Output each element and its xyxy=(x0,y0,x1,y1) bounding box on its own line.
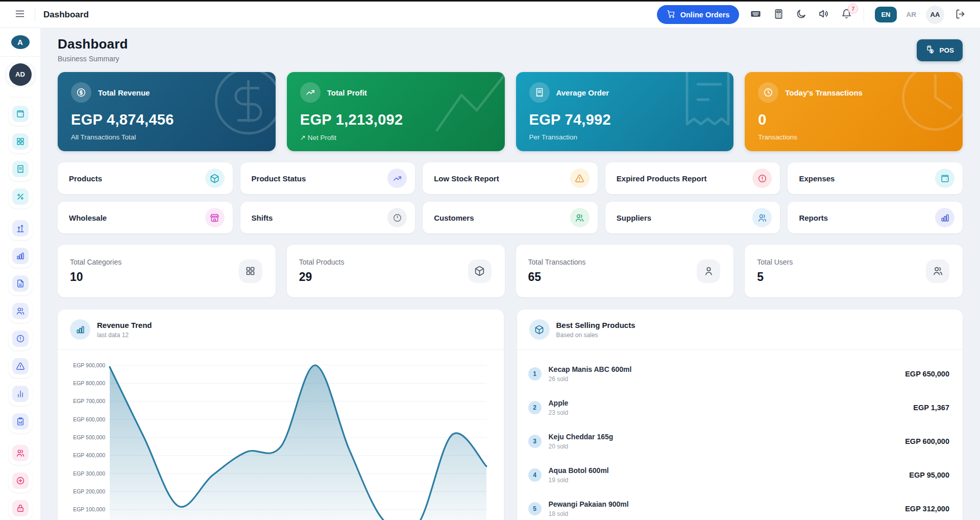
hamburger-icon xyxy=(14,8,26,21)
stat-card-value: 0 xyxy=(758,111,949,128)
avatar[interactable]: A xyxy=(11,35,30,49)
stat-card-label: Total Revenue xyxy=(98,88,150,97)
stat-card-todays-transactions: Today's Transactions 0 Transactions xyxy=(745,72,963,151)
revenue-trend-panel: Revenue Trend last data 12 EGP 0EGP 100,… xyxy=(58,310,504,520)
bar-chart-icon xyxy=(70,319,90,340)
quick-link-low-stock-report[interactable]: Low Stock Report xyxy=(423,162,598,194)
stat-card-label: Average Order xyxy=(556,88,609,97)
quick-link-shifts[interactable]: Shifts xyxy=(240,202,415,233)
mini-stat-label: Total Products xyxy=(299,258,345,266)
trending-up-icon xyxy=(300,82,321,103)
file-text-icon xyxy=(12,275,29,292)
product-sold-count: 20 sold xyxy=(549,443,614,450)
quick-links: Products Product Status Low Stock Report… xyxy=(58,162,963,233)
sidebar-item-categories[interactable] xyxy=(9,130,32,153)
quick-link-expenses[interactable]: Expenses xyxy=(788,162,963,194)
sidebar-item-receipts[interactable] xyxy=(9,157,32,181)
product-name: Pewangi Pakaian 900ml xyxy=(549,500,629,508)
users-icon xyxy=(570,208,590,227)
language-en-button[interactable]: EN xyxy=(875,7,896,22)
quick-link-label: Customers xyxy=(434,214,474,222)
stat-card-total-profit: Total Profit EGP 1,213,092 ↗ Net Profit xyxy=(287,72,505,151)
sidebar-item-discounts[interactable] xyxy=(9,185,32,208)
sidebar-item-users[interactable] xyxy=(9,299,32,323)
quick-link-products[interactable]: Products xyxy=(58,162,233,194)
best-selling-title: Best Selling Products xyxy=(556,321,635,329)
sidebar-item-documents[interactable] xyxy=(9,272,32,295)
sidebar-item-warnings[interactable] xyxy=(9,354,32,378)
product-price: EGP 1,367 xyxy=(913,404,949,412)
sidebar-items xyxy=(9,102,32,520)
sidebar-item-bar-chart[interactable] xyxy=(9,244,32,268)
stat-card-label: Today's Transactions xyxy=(785,88,863,97)
quick-link-expired-products-report[interactable]: Expired Products Report xyxy=(605,162,780,194)
package-icon xyxy=(529,319,550,340)
page-subtitle: Business Summary xyxy=(58,55,128,63)
stat-card-subtext: Transactions xyxy=(758,133,949,141)
shopping-cart-icon xyxy=(667,9,676,20)
best-selling-item: 4 Aqua Botol 600ml 19 sold EGP 95,000 xyxy=(528,458,950,492)
stat-card-value: EGP 1,213,092 xyxy=(300,111,492,128)
quick-link-label: Shifts xyxy=(252,214,273,222)
mini-stat-total-products: Total Products 29 xyxy=(287,245,505,297)
logout-button[interactable] xyxy=(954,8,967,22)
quick-link-label: Expired Products Report xyxy=(617,174,707,183)
product-name: Apple xyxy=(549,399,569,407)
alert-circle-icon xyxy=(12,330,29,347)
sidebar-item-add-new[interactable] xyxy=(9,469,32,492)
pos-label: POS xyxy=(939,46,954,54)
revenue-trend-chart: EGP 0EGP 100,000EGP 200,000EGP 300,000EG… xyxy=(61,357,495,520)
rank-badge: 5 xyxy=(528,502,542,515)
topbar-divider xyxy=(35,8,35,21)
svg-text:EGP 500,000: EGP 500,000 xyxy=(73,434,105,440)
mini-stat-label: Total Users xyxy=(757,258,793,266)
stat-card-value: EGP 4,874,456 xyxy=(71,111,262,128)
quick-link-wholesale[interactable]: Wholesale xyxy=(58,202,233,233)
menu-toggle-button[interactable] xyxy=(11,6,29,23)
pos-button[interactable]: POS xyxy=(917,39,963,61)
topbar: Dashboard Online Orders 7 EN AR AA xyxy=(0,2,980,28)
revenue-trend-subtitle: last data 12 xyxy=(97,332,152,339)
sidebar-item-reports[interactable] xyxy=(9,410,32,433)
keyboard-icon xyxy=(750,8,762,21)
text-size-button[interactable]: AA xyxy=(926,6,944,24)
mini-stat-label: Total Categories xyxy=(70,258,121,266)
topbar-title: Dashboard xyxy=(43,10,89,20)
calculator-button[interactable] xyxy=(772,8,785,22)
quick-link-product-status[interactable]: Product Status xyxy=(240,162,415,194)
product-price: EGP 600,000 xyxy=(905,437,949,445)
revenue-trend-title: Revenue Trend xyxy=(97,321,152,329)
clock-12-icon xyxy=(387,208,407,227)
clipboard-icon xyxy=(12,413,29,430)
best-selling-subtitle: Based on sales xyxy=(556,332,635,339)
sidebar-item-alerts[interactable] xyxy=(9,327,32,350)
alert-triangle-icon xyxy=(12,358,29,374)
plus-circle-icon xyxy=(12,472,29,489)
quick-link-suppliers[interactable]: Suppliers xyxy=(605,202,780,233)
sidebar-item-customers[interactable] xyxy=(9,441,32,465)
page-title: Dashboard xyxy=(58,36,128,52)
sidebar-item-wallet[interactable] xyxy=(9,102,32,126)
quick-link-reports[interactable]: Reports xyxy=(788,202,963,233)
notifications-button[interactable]: 7 xyxy=(840,8,853,22)
mini-stat-total-categories: Total Categories 10 xyxy=(58,245,276,297)
best-selling-item: 1 Kecap Manis ABC 600ml 26 sold EGP 650,… xyxy=(528,357,950,391)
stat-card-subtext: ↗ Net Profit xyxy=(300,133,492,141)
percent-icon xyxy=(12,188,29,205)
quick-link-label: Product Status xyxy=(252,174,306,183)
stat-card-subtext: All Transactions Total xyxy=(71,133,262,141)
sidebar-item-statistics[interactable] xyxy=(9,382,32,406)
quick-link-customers[interactable]: Customers xyxy=(423,202,598,233)
sound-button[interactable] xyxy=(817,7,830,22)
keyboard-button[interactable] xyxy=(749,7,763,22)
sidebar-item-security[interactable] xyxy=(9,497,32,520)
users-icon xyxy=(926,259,949,283)
dark-mode-button[interactable] xyxy=(795,8,807,22)
bar-chart-2-icon xyxy=(12,386,29,402)
language-ar-button[interactable]: AR xyxy=(906,11,917,18)
rank-badge: 4 xyxy=(528,468,542,482)
sidebar-item-growth[interactable] xyxy=(9,217,32,240)
user-avatar-button[interactable]: AD xyxy=(6,63,35,86)
online-orders-button[interactable]: Online Orders xyxy=(657,5,740,24)
lock-icon xyxy=(12,500,29,516)
